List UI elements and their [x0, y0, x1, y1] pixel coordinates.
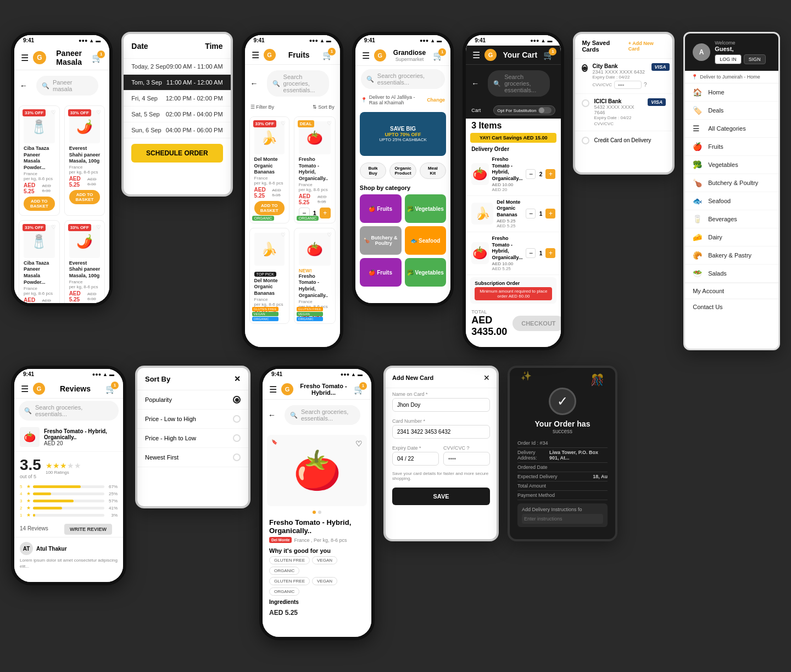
fruit-card-4[interactable]: ♡ 🍅 GLUTEN FREE VEGAN ORGANIC NEW! Fresh…	[294, 228, 336, 324]
opt-substitution-toggle[interactable]: Opt For Substitution	[493, 105, 555, 115]
menu-icon-5[interactable]: ☰	[21, 384, 29, 394]
product-card-3[interactable]: 33% OFF ♡ 🧂 Ciba Taaza Paneer Masala Pow…	[19, 220, 60, 303]
product-card-1[interactable]: 33% OFF ♡ 🧂 Ciba Taaza Paneer Masala Pow…	[19, 105, 60, 216]
sidebar-item-deals[interactable]: 🏷️ Deals	[685, 102, 778, 120]
heart-icon-3-4[interactable]: ♡	[327, 232, 332, 238]
add-card-link[interactable]: + Add New Card	[628, 41, 666, 52]
card-radio-1[interactable]	[582, 64, 588, 72]
search-bar-7[interactable]: 🔍 Search groceries, essentials...	[285, 405, 360, 425]
menu-icon[interactable]: ☰	[21, 53, 29, 63]
login-btn[interactable]: LOG IN	[715, 54, 742, 64]
wishlist-icon[interactable]: 🔖	[271, 439, 277, 445]
search-bar-5[interactable]: 🔍 Search groceries, essentials...	[19, 401, 119, 421]
cvv-field-input[interactable]	[443, 452, 490, 466]
heart-icon-3-1[interactable]: ♡	[281, 120, 286, 126]
sidebar-item-salads[interactable]: 🥗 Salads	[685, 265, 778, 283]
fav-btn[interactable]: ♡	[355, 439, 363, 448]
write-review-btn[interactable]: WRITE REVIEW	[64, 524, 112, 535]
heart-icon-4[interactable]: ♡	[96, 224, 101, 230]
sort-item-newest[interactable]: Newest First	[137, 448, 248, 467]
promo-banner[interactable]: SAVE BIG UPTO 70% OFF UPTO 25% CASHBACK	[360, 112, 446, 156]
schedule-btn[interactable]: SCHEDULE ORDER	[131, 144, 222, 163]
cart-button-7[interactable]: 🛒1	[354, 384, 365, 395]
add-to-basket-btn-1[interactable]: ADD TO BASKET	[24, 197, 55, 211]
name-input[interactable]	[392, 398, 490, 412]
sidebar-item-vegetables[interactable]: 🥦 Vegetables	[685, 156, 778, 174]
heart-icon-1[interactable]: ♡	[51, 109, 56, 115]
heart-icon-3-2[interactable]: ♡	[327, 120, 332, 126]
instructions-input[interactable]	[522, 514, 603, 524]
back-icon-7[interactable]: ←	[268, 411, 276, 419]
cat-fruits-2[interactable]: 🍎 Fruits	[360, 258, 402, 287]
save-card-btn[interactable]: SAVE	[392, 488, 490, 505]
sort-icon[interactable]: ⇅ Sort By	[313, 104, 335, 110]
sidebar-contact-us[interactable]: Contact Us	[685, 299, 778, 315]
sort-item-popularity[interactable]: Popularity	[137, 390, 248, 410]
cart-button-8[interactable]: 🛒1	[543, 50, 554, 60]
expiry-input[interactable]	[392, 452, 439, 466]
organic-btn[interactable]: Organic Product	[389, 163, 416, 179]
card-number-input[interactable]	[392, 425, 490, 439]
cvv-help[interactable]: ?	[467, 445, 470, 451]
sort-item-price-low[interactable]: Price - Low to High	[137, 410, 248, 429]
cart-button-3[interactable]: 🛒1	[322, 50, 333, 60]
search-bar-4[interactable]: 🔍 Search groceries, essentials...	[361, 69, 445, 89]
schedule-row-1[interactable]: Today, 2 Sep 09:00 AM - 11:00 AM	[124, 59, 230, 75]
sidebar-item-categories[interactable]: ☰ All Categories	[685, 120, 778, 138]
card-radio-3[interactable]	[582, 137, 589, 144]
sort-radio-2[interactable]	[233, 415, 241, 423]
cat-seafood[interactable]: 🐟 Seafood	[405, 226, 447, 255]
sort-radio-3[interactable]	[233, 434, 241, 442]
sidebar-item-dairy[interactable]: 🧀 Dairy	[685, 228, 778, 247]
add-to-basket-btn-2[interactable]: ADD TO BASKET	[69, 190, 101, 204]
sidebar-item-home[interactable]: 🏠 Home	[685, 83, 778, 102]
cat-veggies-2[interactable]: 🥦 Vegetables	[405, 258, 447, 287]
qty-plus-1[interactable]: +	[320, 208, 331, 219]
heart-icon-3[interactable]: ♡	[51, 224, 56, 230]
qty-minus-cart-1[interactable]: −	[526, 169, 536, 179]
back-icon-8[interactable]: ←	[471, 79, 479, 88]
sort-radio-4[interactable]	[233, 453, 241, 461]
card-option-1[interactable]: City Bank 2341 XXXX XXXX 6432 Expiry Dat…	[575, 59, 672, 94]
qty-plus-cart-1[interactable]: +	[545, 169, 555, 179]
schedule-row-5[interactable]: Sun, 6 Sep 04:00 PM - 06:00 PM	[124, 122, 230, 138]
card-option-2[interactable]: ICICI Bank 5432 XXXX XXXX 7646 Expiry Da…	[575, 94, 672, 131]
heart-icon-3-3[interactable]: ♡	[281, 232, 286, 238]
cart-button-4[interactable]: 🛒1	[433, 51, 444, 61]
credit-on-delivery[interactable]: Credit Card on Delivery	[575, 131, 672, 149]
sidebar-my-account[interactable]: My Account	[685, 283, 778, 299]
sidebar-item-fruits[interactable]: 🍎 Fruits	[685, 138, 778, 156]
sidebar-item-beverages[interactable]: 🥛 Beverages	[685, 210, 778, 228]
cvv-input-1[interactable]	[614, 81, 642, 89]
cat-vegetables[interactable]: 🥦 Vegetables	[405, 194, 447, 223]
sidebar-item-butchery[interactable]: 🍗 Butchery & Poultry	[685, 174, 778, 192]
close-icon-card[interactable]: ✕	[483, 373, 490, 382]
schedule-row-3[interactable]: Fri, 4 Sep 12:00 PM - 02:00 PM	[124, 91, 230, 107]
search-bar-3[interactable]: 🔍 Search groceries, essentials...	[267, 70, 329, 97]
menu-icon-3[interactable]: ☰	[252, 50, 259, 60]
signup-btn[interactable]: SIGN	[744, 54, 766, 64]
filter-icon[interactable]: ☰ Filter By	[250, 104, 275, 110]
toggle-switch[interactable]	[538, 107, 552, 114]
cvv-help-icon[interactable]: ?	[644, 82, 647, 88]
cat-butchery-poultry[interactable]: 🍗 Butchery &Poultry	[360, 226, 402, 255]
menu-icon-8[interactable]: ☰	[472, 50, 480, 60]
menu-icon-7[interactable]: ☰	[269, 384, 277, 395]
bulk-buy-btn[interactable]: Bulk Buy	[360, 163, 386, 179]
schedule-row-2[interactable]: Tom, 3 Sep 11:00 AM - 12:00 AM	[124, 75, 230, 91]
fruit-card-1[interactable]: 33% OFF ♡ 🍌 ORGANIC Del Monte Organic Ba…	[249, 116, 289, 223]
fruit-card-2[interactable]: DEAL ♡ 🍅 ORGANIC Fresho Tomato - Hybrid,…	[294, 116, 336, 223]
cat-fruits[interactable]: 🍎 Fruits	[360, 194, 402, 223]
back-icon[interactable]: ←	[20, 81, 27, 90]
schedule-row-4[interactable]: Sat, 5 Sep 02:00 PM - 04:00 PM	[124, 107, 230, 122]
add-banana-btn-1[interactable]: ADD TO BASKET	[254, 201, 285, 215]
fruit-card-3[interactable]: ♡ 🍌 GLUTEN FREE VEGAN ORGANIC TOP PICK D…	[249, 228, 289, 324]
sort-radio-1[interactable]	[233, 396, 241, 404]
product-card-4[interactable]: 33% OFF ♡ 🌶️ Everest Shahi paneer Masala…	[64, 220, 105, 303]
cart-button-5[interactable]: 🛒1	[105, 384, 116, 394]
checkout-btn[interactable]: CHECKOUT	[513, 316, 561, 331]
sidebar-item-bakery[interactable]: 🥐 Bakery & Pastry	[685, 247, 778, 265]
search-bar-8[interactable]: 🔍 Search groceries, essentials...	[488, 70, 550, 97]
meal-kit-btn[interactable]: Meal Kit	[420, 163, 446, 179]
qty-minus-cart-3[interactable]: −	[526, 248, 536, 258]
